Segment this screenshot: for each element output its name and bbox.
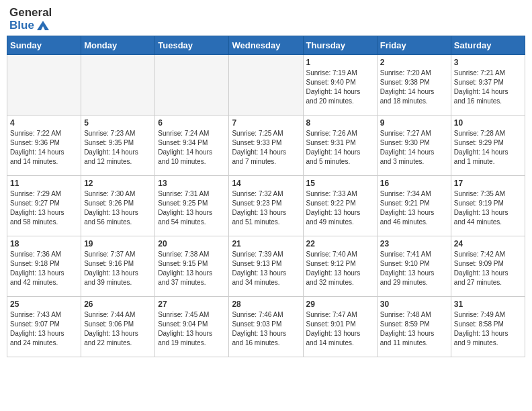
calendar-table: SundayMondayTuesdayWednesdayThursdayFrid… <box>7 36 525 357</box>
day-info: Sunrise: 7:34 AM Sunset: 9:21 PM Dayligh… <box>380 189 448 227</box>
day-info: Sunrise: 7:28 AM Sunset: 9:29 PM Dayligh… <box>454 129 522 167</box>
day-number: 14 <box>232 179 300 188</box>
week-row-5: 25Sunrise: 7:43 AM Sunset: 9:07 PM Dayli… <box>7 297 525 357</box>
header-monday: Monday <box>81 36 155 55</box>
day-number: 10 <box>454 118 522 128</box>
day-cell-4-1: 18Sunrise: 7:36 AM Sunset: 9:18 PM Dayli… <box>7 236 81 297</box>
day-number: 5 <box>84 118 152 128</box>
day-info: Sunrise: 7:20 AM Sunset: 9:38 PM Dayligh… <box>380 68 448 106</box>
day-cell-2-2: 5Sunrise: 7:23 AM Sunset: 9:35 PM Daylig… <box>81 116 155 176</box>
day-number: 9 <box>380 118 448 128</box>
header-tuesday: Tuesday <box>155 36 229 55</box>
day-number: 29 <box>306 300 374 309</box>
day-number: 20 <box>158 239 226 248</box>
day-info: Sunrise: 7:24 AM Sunset: 9:34 PM Dayligh… <box>158 129 226 167</box>
day-cell-2-1: 4Sunrise: 7:22 AM Sunset: 9:36 PM Daylig… <box>7 116 81 176</box>
day-cell-1-1 <box>7 55 81 116</box>
week-row-3: 11Sunrise: 7:29 AM Sunset: 9:27 PM Dayli… <box>7 176 525 236</box>
day-info: Sunrise: 7:30 AM Sunset: 9:26 PM Dayligh… <box>84 189 152 227</box>
day-cell-5-5: 29Sunrise: 7:47 AM Sunset: 9:01 PM Dayli… <box>303 297 377 357</box>
header-friday: Friday <box>377 36 451 55</box>
day-number: 17 <box>454 179 522 188</box>
day-info: Sunrise: 7:44 AM Sunset: 9:06 PM Dayligh… <box>84 310 152 348</box>
day-cell-1-4 <box>229 55 303 116</box>
day-cell-4-2: 19Sunrise: 7:37 AM Sunset: 9:16 PM Dayli… <box>81 236 155 297</box>
day-info: Sunrise: 7:43 AM Sunset: 9:07 PM Dayligh… <box>10 310 78 348</box>
day-number: 31 <box>454 300 522 309</box>
day-number: 4 <box>10 118 78 128</box>
day-cell-1-5: 1Sunrise: 7:19 AM Sunset: 9:40 PM Daylig… <box>303 55 377 116</box>
day-info: Sunrise: 7:47 AM Sunset: 9:01 PM Dayligh… <box>306 310 374 348</box>
day-number: 27 <box>158 300 226 309</box>
day-info: Sunrise: 7:31 AM Sunset: 9:25 PM Dayligh… <box>158 189 226 227</box>
day-info: Sunrise: 7:33 AM Sunset: 9:22 PM Dayligh… <box>306 189 374 227</box>
day-info: Sunrise: 7:46 AM Sunset: 9:03 PM Dayligh… <box>232 310 300 348</box>
day-number: 2 <box>380 58 448 67</box>
day-cell-2-3: 6Sunrise: 7:24 AM Sunset: 9:34 PM Daylig… <box>155 116 229 176</box>
day-info: Sunrise: 7:39 AM Sunset: 9:13 PM Dayligh… <box>232 250 300 287</box>
week-row-1: 1Sunrise: 7:19 AM Sunset: 9:40 PM Daylig… <box>7 55 525 116</box>
day-cell-3-4: 14Sunrise: 7:32 AM Sunset: 9:23 PM Dayli… <box>229 176 303 236</box>
day-number: 7 <box>232 118 300 128</box>
header-thursday: Thursday <box>303 36 377 55</box>
day-number: 6 <box>158 118 226 128</box>
day-info: Sunrise: 7:29 AM Sunset: 9:27 PM Dayligh… <box>10 189 78 227</box>
day-number: 19 <box>84 239 152 248</box>
day-info: Sunrise: 7:35 AM Sunset: 9:19 PM Dayligh… <box>454 189 522 227</box>
day-cell-3-1: 11Sunrise: 7:29 AM Sunset: 9:27 PM Dayli… <box>7 176 81 236</box>
day-info: Sunrise: 7:32 AM Sunset: 9:23 PM Dayligh… <box>232 189 300 227</box>
day-info: Sunrise: 7:19 AM Sunset: 9:40 PM Dayligh… <box>306 68 374 106</box>
day-number: 28 <box>232 300 300 309</box>
day-cell-2-4: 7Sunrise: 7:25 AM Sunset: 9:33 PM Daylig… <box>229 116 303 176</box>
day-number: 13 <box>158 179 226 188</box>
logo: General Blue <box>9 7 52 32</box>
day-number: 1 <box>306 58 374 67</box>
day-cell-4-5: 22Sunrise: 7:40 AM Sunset: 9:12 PM Dayli… <box>303 236 377 297</box>
day-info: Sunrise: 7:36 AM Sunset: 9:18 PM Dayligh… <box>10 250 78 287</box>
day-cell-5-1: 25Sunrise: 7:43 AM Sunset: 9:07 PM Dayli… <box>7 297 81 357</box>
day-cell-1-2 <box>81 55 155 116</box>
week-row-2: 4Sunrise: 7:22 AM Sunset: 9:36 PM Daylig… <box>7 116 525 176</box>
day-info: Sunrise: 7:38 AM Sunset: 9:15 PM Dayligh… <box>158 250 226 287</box>
day-number: 24 <box>454 239 522 248</box>
day-cell-3-5: 15Sunrise: 7:33 AM Sunset: 9:22 PM Dayli… <box>303 176 377 236</box>
day-number: 12 <box>84 179 152 188</box>
day-number: 15 <box>306 179 374 188</box>
logo-icon <box>36 19 50 32</box>
day-cell-4-6: 23Sunrise: 7:41 AM Sunset: 9:10 PM Dayli… <box>377 236 451 297</box>
day-number: 22 <box>306 239 374 248</box>
day-cell-2-7: 10Sunrise: 7:28 AM Sunset: 9:29 PM Dayli… <box>451 116 525 176</box>
day-number: 18 <box>10 239 78 248</box>
day-info: Sunrise: 7:45 AM Sunset: 9:04 PM Dayligh… <box>158 310 226 348</box>
day-cell-4-3: 20Sunrise: 7:38 AM Sunset: 9:15 PM Dayli… <box>155 236 229 297</box>
day-cell-5-3: 27Sunrise: 7:45 AM Sunset: 9:04 PM Dayli… <box>155 297 229 357</box>
day-cell-5-2: 26Sunrise: 7:44 AM Sunset: 9:06 PM Dayli… <box>81 297 155 357</box>
day-info: Sunrise: 7:25 AM Sunset: 9:33 PM Dayligh… <box>232 129 300 167</box>
day-cell-3-2: 12Sunrise: 7:30 AM Sunset: 9:26 PM Dayli… <box>81 176 155 236</box>
day-cell-1-6: 2Sunrise: 7:20 AM Sunset: 9:38 PM Daylig… <box>377 55 451 116</box>
day-info: Sunrise: 7:48 AM Sunset: 8:59 PM Dayligh… <box>380 310 448 348</box>
day-number: 25 <box>10 300 78 309</box>
day-info: Sunrise: 7:40 AM Sunset: 9:12 PM Dayligh… <box>306 250 374 287</box>
day-number: 23 <box>380 239 448 248</box>
day-info: Sunrise: 7:37 AM Sunset: 9:16 PM Dayligh… <box>84 250 152 287</box>
day-number: 26 <box>84 300 152 309</box>
day-number: 8 <box>306 118 374 128</box>
day-number: 30 <box>380 300 448 309</box>
day-info: Sunrise: 7:26 AM Sunset: 9:31 PM Dayligh… <box>306 129 374 167</box>
day-info: Sunrise: 7:41 AM Sunset: 9:10 PM Dayligh… <box>380 250 448 287</box>
header-saturday: Saturday <box>451 36 525 55</box>
day-number: 16 <box>380 179 448 188</box>
header-sunday: Sunday <box>7 36 81 55</box>
day-cell-5-4: 28Sunrise: 7:46 AM Sunset: 9:03 PM Dayli… <box>229 297 303 357</box>
day-cell-5-7: 31Sunrise: 7:49 AM Sunset: 8:58 PM Dayli… <box>451 297 525 357</box>
day-cell-1-7: 3Sunrise: 7:21 AM Sunset: 9:37 PM Daylig… <box>451 55 525 116</box>
day-cell-5-6: 30Sunrise: 7:48 AM Sunset: 8:59 PM Dayli… <box>377 297 451 357</box>
header: General Blue <box>7 7 525 32</box>
day-cell-3-6: 16Sunrise: 7:34 AM Sunset: 9:21 PM Dayli… <box>377 176 451 236</box>
calendar-header-row: SundayMondayTuesdayWednesdayThursdayFrid… <box>7 36 525 55</box>
day-info: Sunrise: 7:23 AM Sunset: 9:35 PM Dayligh… <box>84 129 152 167</box>
header-wednesday: Wednesday <box>229 36 303 55</box>
day-info: Sunrise: 7:27 AM Sunset: 9:30 PM Dayligh… <box>380 129 448 167</box>
day-number: 21 <box>232 239 300 248</box>
